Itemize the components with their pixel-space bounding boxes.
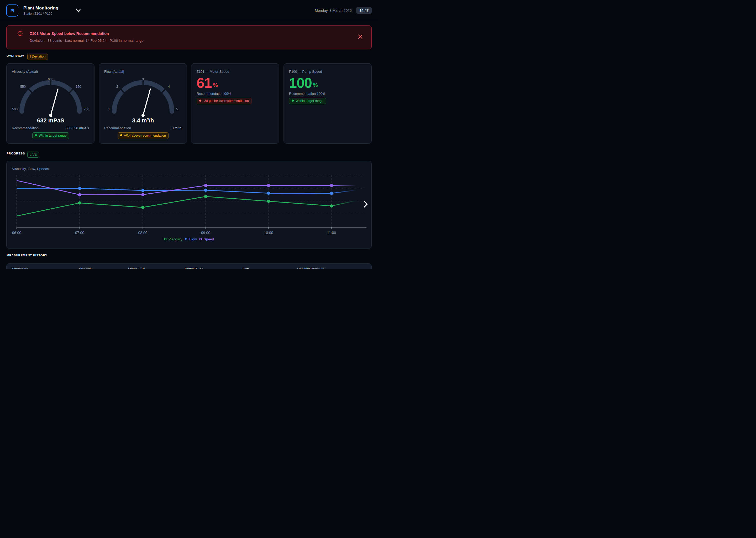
- svg-text:1: 1: [108, 107, 110, 111]
- svg-text:2: 2: [116, 85, 118, 88]
- svg-text:Flow: Flow: [189, 237, 197, 241]
- svg-text:06:00: 06:00: [12, 231, 21, 235]
- svg-text:Speed: Speed: [204, 237, 214, 241]
- svg-text:600: 600: [48, 78, 54, 81]
- svg-text:3: 3: [142, 78, 144, 81]
- svg-text:700: 700: [84, 107, 89, 111]
- svg-text:650: 650: [75, 85, 81, 88]
- svg-text:500: 500: [12, 107, 18, 111]
- svg-text:10:00: 10:00: [264, 231, 273, 235]
- svg-text:550: 550: [20, 85, 26, 88]
- svg-text:Viscosity: Viscosity: [168, 237, 182, 241]
- svg-text:5: 5: [176, 107, 178, 111]
- svg-text:4: 4: [168, 85, 170, 88]
- svg-text:08:00: 08:00: [138, 231, 147, 235]
- svg-text:11:00: 11:00: [327, 231, 336, 235]
- svg-text:09:00: 09:00: [201, 231, 210, 235]
- svg-text:07:00: 07:00: [75, 231, 84, 235]
